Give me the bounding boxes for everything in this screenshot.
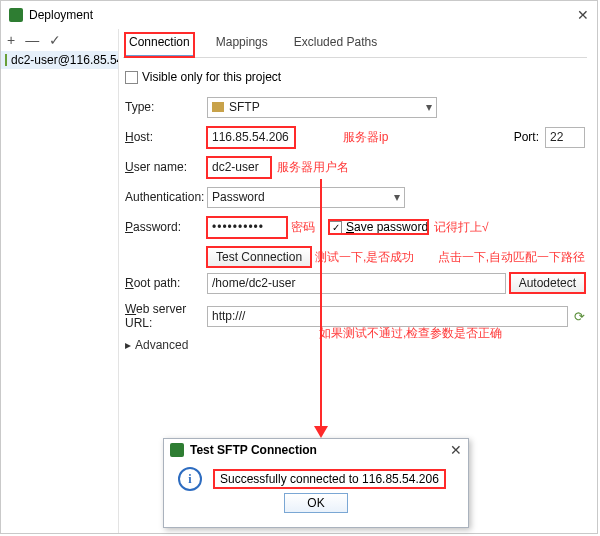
save-pwd-wrap: ✓ Save password <box>329 220 428 234</box>
server-tree-item[interactable]: dc2-user@116.85.54.20 <box>1 51 118 69</box>
port-label: Port: <box>514 130 539 144</box>
autodetect-button[interactable]: Autodetect <box>510 273 585 293</box>
annotation-arrow-line <box>320 179 322 428</box>
save-pwd-label: Save password <box>346 220 428 234</box>
type-label: Type: <box>125 100 207 114</box>
annotation-arrow-head <box>314 426 328 438</box>
titlebar: Deployment ✕ <box>1 1 597 29</box>
type-select[interactable]: SFTP <box>207 97 437 118</box>
save-pwd-note: 记得打上√ <box>434 219 489 236</box>
app-icon <box>9 8 23 22</box>
tab-connection[interactable]: Connection <box>125 33 194 57</box>
web-input[interactable]: http:/// <box>207 306 568 327</box>
auth-label: Authentication: <box>125 190 207 204</box>
window-title: Deployment <box>29 8 577 22</box>
host-note: 服务器ip <box>343 129 388 146</box>
auto-note: 点击一下,自动匹配一下路径 <box>438 249 585 266</box>
tabs: Connection Mappings Excluded Paths <box>123 29 587 58</box>
dialog-app-icon <box>170 443 184 457</box>
user-note: 服务器用户名 <box>277 159 349 176</box>
dialog-titlebar: Test SFTP Connection ✕ <box>164 439 468 461</box>
sidebar-toolbar: + — ✓ <box>1 29 118 51</box>
save-pwd-checkbox[interactable]: ✓ <box>329 221 342 234</box>
advanced-label: Advanced <box>135 338 188 352</box>
type-value: SFTP <box>229 100 260 114</box>
visible-only-label: Visible only for this project <box>142 70 281 84</box>
test-note: 测试一下,是否成功 <box>315 249 414 266</box>
tab-mappings[interactable]: Mappings <box>212 33 272 57</box>
server-label: dc2-user@116.85.54.20 <box>11 53 118 67</box>
close-icon[interactable]: ✕ <box>577 7 589 23</box>
bottom-note: 如果测试不通过,检查参数是否正确 <box>319 325 502 342</box>
pwd-input[interactable]: •••••••••• <box>207 217 287 238</box>
sftp-icon <box>212 102 224 112</box>
remove-button[interactable]: — <box>25 33 39 47</box>
web-label: Web server URL: <box>125 302 207 330</box>
auth-select[interactable]: Password <box>207 187 405 208</box>
sidebar: + — ✓ dc2-user@116.85.54.20 <box>1 29 119 533</box>
pwd-label: Password: <box>125 220 207 234</box>
root-input[interactable]: /home/dc2-user <box>207 273 506 294</box>
host-label: Host: <box>125 130 207 144</box>
ok-button[interactable]: OK <box>284 493 348 513</box>
test-connection-button[interactable]: Test Connection <box>207 247 311 267</box>
user-input[interactable]: dc2-user <box>207 157 271 178</box>
dialog-message: Successfully connected to 116.85.54.206 <box>214 470 445 488</box>
visible-only-checkbox[interactable] <box>125 71 138 84</box>
pwd-note: 密码 <box>291 219 315 236</box>
root-label: Root path: <box>125 276 207 290</box>
dialog-close-icon[interactable]: ✕ <box>450 442 462 458</box>
info-icon: i <box>178 467 202 491</box>
dialog-title: Test SFTP Connection <box>190 443 450 457</box>
connection-form: Visible only for this project Type: SFTP… <box>123 58 587 360</box>
add-button[interactable]: + <box>7 33 15 47</box>
server-icon <box>5 54 7 66</box>
host-input[interactable]: 116.85.54.206 <box>207 127 295 148</box>
check-button[interactable]: ✓ <box>49 33 61 47</box>
tab-excluded[interactable]: Excluded Paths <box>290 33 381 57</box>
test-connection-dialog: Test SFTP Connection ✕ i Successfully co… <box>163 438 469 528</box>
port-input[interactable]: 22 <box>545 127 585 148</box>
chevron-right-icon: ▸ <box>125 338 131 352</box>
reload-icon[interactable]: ⟳ <box>574 309 585 324</box>
user-label: User name: <box>125 160 207 174</box>
